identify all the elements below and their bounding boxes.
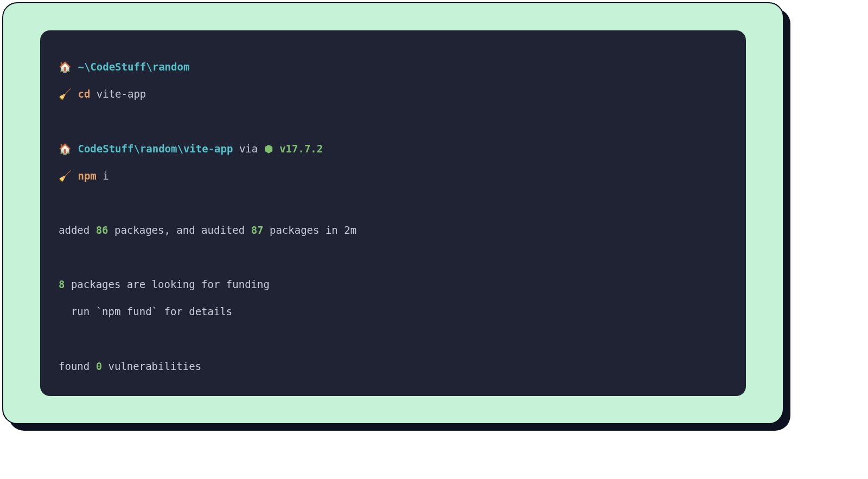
npm-output-line: 8 packages are looking for funding [59,278,727,291]
blank-line [59,196,727,210]
count: 8 [59,278,65,290]
wand-icon: 🧹 [59,87,72,101]
blank-line [59,251,727,264]
command-name: cd [78,88,90,100]
hex-icon: ⬢ [264,143,273,155]
blank-line [59,114,727,128]
via-label: via [239,143,258,155]
card-surface: 🏠 ~\CodeStuff\random 🧹 cd vite-app 🏠 Cod… [2,2,784,424]
cwd-path: ~\CodeStuff\random [78,61,189,73]
cwd-path: CodeStuff\random\vite-app [78,143,233,155]
blank-line [59,333,727,346]
command-name: npm [78,170,96,182]
terminal-window[interactable]: 🏠 ~\CodeStuff\random 🧹 cd vite-app 🏠 Cod… [40,30,746,396]
command-line-2: 🧹 npm i [59,169,727,183]
home-icon: 🏠 [59,142,72,156]
home-icon: 🏠 [59,60,72,74]
prompt-line-1: 🏠 ~\CodeStuff\random [59,60,727,74]
count: 86 [96,224,108,236]
blank-line [59,387,727,396]
command-line-1: 🧹 cd vite-app [59,87,727,101]
node-version: v17.7.2 [279,143,323,155]
npm-output-line: run `npm fund` for details [59,305,727,318]
command-arg: vite-app [97,88,146,100]
npm-output-line: found 0 vulnerabilities [59,360,727,373]
npm-output-line: added 86 packages, and audited 87 packag… [59,223,727,237]
prompt-line-2: 🏠 CodeStuff\random\vite-app via ⬢ v17.7.… [59,142,727,156]
wand-icon: 🧹 [59,169,72,183]
count: 0 [96,360,102,372]
terminal-card-wrap: 🏠 ~\CodeStuff\random 🧹 cd vite-app 🏠 Cod… [2,2,790,431]
command-arg: i [103,170,108,182]
count: 87 [251,224,264,236]
